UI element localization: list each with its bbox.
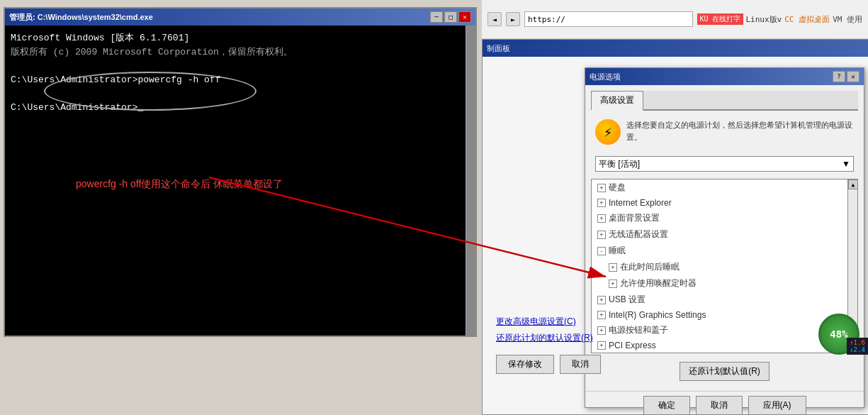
tree-item-ie[interactable]: + Internet Explorer (592, 196, 857, 210)
tree-item-desktop-bg[interactable]: + 桌面背景设置 (592, 210, 857, 226)
expand-icon-ie[interactable]: + (597, 199, 606, 207)
tree-label-power-button: 电源按钮和盖子 (609, 324, 668, 336)
expand-icon-power-button[interactable]: + (597, 326, 606, 335)
restore-plan-link2[interactable]: 还原此计划的默认设置(R) (496, 332, 593, 344)
tree-item-disk[interactable]: + 硬盘 (592, 179, 857, 196)
power-plan-title: 制面板 (487, 43, 868, 54)
cmd-line-4: C:\Users\Administrator>powercfg -h off (11, 73, 470, 87)
power-plan-action-btns: 保存修改 取消 (496, 355, 601, 374)
expand-icon-desktop-bg[interactable]: + (597, 214, 606, 223)
power-description: 选择您要自定义的电源计划，然后选择您希望计算机管理的电源设置。 (626, 119, 854, 143)
browser-back-btn[interactable]: ◄ (487, 12, 502, 26)
dialog-action-bar: 确定 取消 应用(A) (585, 391, 864, 415)
cmd-titlebar: 管理员: C:\Windows\system32\cmd.exe ─ □ ✕ (5, 9, 475, 26)
cmd-scrollbar[interactable] (466, 26, 475, 336)
expand-icon-pci-express[interactable]: + (597, 341, 606, 350)
cmd-line-5 (11, 87, 470, 101)
expand-icon-disk[interactable]: + (597, 184, 606, 192)
power-icon: ⚡ (595, 119, 621, 145)
cmd-window: 管理员: C:\Windows\system32\cmd.exe ─ □ ✕ M… (4, 7, 477, 337)
settings-tree[interactable]: + 硬盘 + Internet Explorer + 桌面背景设置 + 无线适配… (591, 179, 858, 353)
plan-dropdown-text: 平衡 [活动] (599, 158, 640, 170)
bookmark-ku[interactable]: KU 在线打字 (697, 13, 743, 25)
cmd-max-btn[interactable]: □ (444, 11, 457, 23)
tree-item-usb[interactable]: + USB 设置 (592, 292, 857, 308)
power-info-row: ⚡ 选择您要自定义的电源计划，然后选择您希望计算机管理的电源设置。 (591, 115, 858, 149)
dialog-titlebar: 电源选项 ? ✕ (585, 68, 864, 85)
browser-forward-btn[interactable]: ► (506, 12, 520, 26)
bookmark-linux[interactable]: Linux版v (746, 14, 782, 25)
cmd-line-6: C:\Users\Administrator>_ (11, 101, 470, 115)
url-text: https:// (528, 15, 565, 24)
tree-item-intel-graphics[interactable]: + Intel(R) Graphics Settings (592, 308, 857, 322)
ok-btn[interactable]: 确定 (643, 396, 690, 415)
expand-icon-intel-graphics[interactable]: + (597, 311, 606, 319)
tree-item-sleep-after[interactable]: + 在此时间后睡眠 (592, 259, 857, 275)
expand-icon-wake-timer[interactable]: + (609, 280, 617, 288)
tree-label-desktop-bg: 桌面背景设置 (609, 212, 660, 224)
cmd-body: Microsoft Windows [版本 6.1.7601] 版权所有 (c)… (5, 26, 475, 336)
cmd-line-3 (11, 59, 470, 73)
bookmark-cc[interactable]: CC 虚拟桌面 (784, 14, 830, 25)
download-speed: ↓2.4 (850, 346, 865, 353)
dialog-close-btn[interactable]: ✕ (847, 71, 859, 82)
cmd-line-1: Microsoft Windows [版本 6.1.7601] (11, 31, 470, 45)
cmd-min-btn[interactable]: ─ (430, 11, 443, 23)
browser-url-bar[interactable]: https:// (524, 11, 693, 27)
tree-label-usb: USB 设置 (609, 294, 646, 306)
dialog-help-btn[interactable]: ? (833, 71, 845, 82)
tree-item-sleep[interactable]: - 睡眠 (592, 243, 857, 259)
power-dialog: 电源选项 ? ✕ 高级设置 ⚡ 选择您要自定义的电源计划，然后选择您希望计算机管… (585, 67, 864, 408)
tree-item-wake-timer[interactable]: + 允许使用唤醒定时器 (592, 275, 857, 292)
cmd-close-btn[interactable]: ✕ (458, 11, 471, 23)
expand-icon-wireless[interactable]: + (597, 231, 606, 239)
tree-label-sleep: 睡眠 (609, 245, 626, 257)
tree-item-wireless[interactable]: + 无线适配器设置 (592, 226, 857, 243)
upload-speed: ↑1.6 (850, 339, 865, 346)
bookmark-vm[interactable]: VM 使用 (833, 14, 862, 25)
cancel-dialog-btn[interactable]: 取消 (696, 396, 743, 415)
tree-label-wireless: 无线适配器设置 (609, 228, 668, 240)
dialog-title: 电源选项 (590, 72, 831, 82)
cmd-line-2: 版权所有 (c) 2009 Microsoft Corporation，保留所有… (11, 45, 470, 60)
tree-label-pci-express: PCI Express (609, 341, 656, 350)
tree-item-pci-express[interactable]: + PCI Express (592, 338, 857, 353)
power-plan-links: 更改高级电源设置(C) 还原此计划的默认设置(R) (496, 316, 593, 344)
expand-icon-usb[interactable]: + (597, 296, 606, 304)
plan-dropdown[interactable]: 平衡 [活动] ▼ (595, 156, 854, 172)
cancel-btn-2[interactable]: 取消 (560, 355, 601, 374)
expand-icon-sleep[interactable]: - (597, 247, 606, 255)
dropdown-arrow-icon: ▼ (842, 159, 850, 169)
tree-label-intel-graphics: Intel(R) Graphics Settings (609, 310, 706, 320)
cmd-title: 管理员: C:\Windows\system32\cmd.exe (9, 12, 430, 23)
plan-dropdown-row: 平衡 [活动] ▼ (591, 153, 858, 175)
restore-defaults-btn[interactable]: 还原计划默认值(R) (680, 362, 770, 381)
tree-label-sleep-after: 在此时间后睡眠 (620, 261, 680, 273)
expand-icon-sleep-after[interactable]: + (609, 263, 617, 272)
browser-bookmarks: KU 在线打字 Linux版v CC 虚拟桌面 VM 使用 (697, 13, 862, 25)
scroll-up-btn[interactable]: ▲ (848, 179, 858, 189)
power-plan-titlebar: 制面板 ─ □ ✕ (483, 40, 868, 57)
tree-item-power-button[interactable]: + 电源按钮和盖子 (592, 322, 857, 338)
change-adv-settings-link2[interactable]: 更改高级电源设置(C) (496, 316, 593, 328)
battery-percent: 48% (830, 328, 847, 340)
tab-bar: 高级设置 (591, 91, 858, 111)
net-speed-indicator: ↑1.6 ↓2.4 (847, 338, 868, 355)
tree-label-wake-timer: 允许使用唤醒定时器 (620, 277, 697, 289)
cmd-window-buttons: ─ □ ✕ (430, 11, 471, 23)
browser-toolbar: ◄ ► https:// KU 在线打字 Linux版v CC 虚拟桌面 VM … (482, 0, 868, 39)
save-btn-2[interactable]: 保存修改 (496, 355, 554, 374)
tree-label-disk: 硬盘 (609, 182, 626, 194)
tree-label-ie: Internet Explorer (609, 198, 672, 208)
apply-btn[interactable]: 应用(A) (748, 396, 806, 415)
dialog-footer: 还原计划默认值(R) (591, 358, 858, 385)
cmd-annotation-text: powercfg -h off使用这个命令后 休眠菜单都设了 (76, 178, 283, 191)
tab-advanced-settings[interactable]: 高级设置 (591, 91, 643, 111)
